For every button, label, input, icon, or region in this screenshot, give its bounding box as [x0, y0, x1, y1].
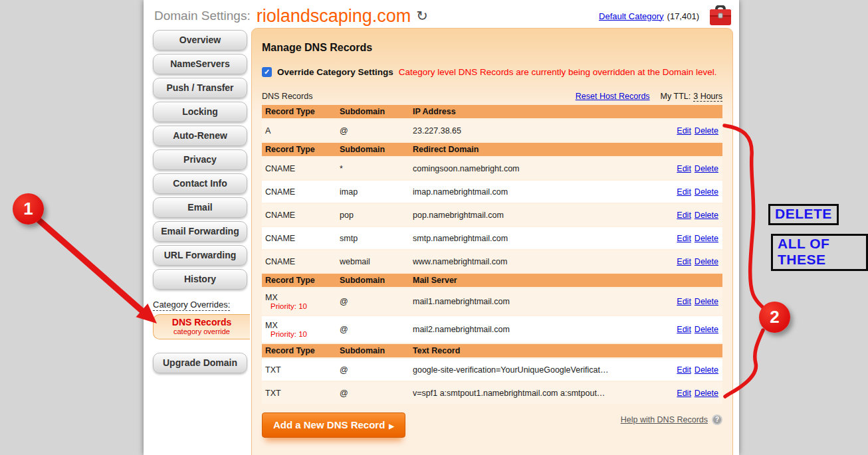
sidebar-item-privacy[interactable]: Privacy — [153, 149, 247, 170]
category-overrides-heading: Category Overrides: — [153, 298, 249, 310]
sidebar-item-nameservers[interactable]: NameServers — [153, 54, 247, 74]
records-toolbar: DNS Records Reset Host Records My TTL: 3… — [262, 92, 722, 102]
delete-link[interactable]: Delete — [695, 211, 718, 220]
record-type: CNAME — [265, 257, 340, 266]
sidebar-item-auto-renew[interactable]: Auto-Renew — [153, 126, 247, 146]
record-type: CNAME — [265, 187, 340, 197]
record-value: www.namebrightmail.com — [413, 257, 663, 266]
page-background: Domain Settings: riolandscaping.com ↻ De… — [0, 0, 868, 455]
sidebar-item-overview[interactable]: Overview — [153, 30, 247, 50]
edit-link[interactable]: Edit — [677, 257, 691, 266]
record-type: TXT — [265, 365, 340, 375]
col-ip-address: IP Address — [413, 107, 718, 116]
override-checkbox[interactable]: ✓ — [262, 67, 272, 77]
app-window: Domain Settings: riolandscaping.com ↻ De… — [144, 0, 739, 455]
sidebar-item-email-forwarding[interactable]: Email Forwarding — [153, 221, 247, 242]
edit-link[interactable]: Edit — [677, 187, 691, 197]
edit-link[interactable]: Edit — [677, 164, 691, 173]
upgrade-domain-button[interactable]: Upgrade Domain — [153, 353, 247, 373]
record-value: pop.namebrightmail.com — [413, 211, 663, 220]
table-row-mx: MX Priority: 10 @ mail1.namebrightmail.c… — [262, 288, 722, 315]
reset-host-records-link[interactable]: Reset Host Records — [576, 92, 650, 101]
default-category-count: (17,401) — [667, 11, 699, 21]
dns-records-caption: DNS Records — [262, 92, 312, 101]
record-subdomain: smtp — [340, 234, 413, 243]
question-mark-icon[interactable]: ? — [712, 414, 722, 425]
sidebar-item-email[interactable]: Email — [153, 197, 247, 218]
record-subdomain: webmail — [340, 257, 413, 266]
record-type: CNAME — [265, 164, 340, 173]
delete-annotation: DELETE — [768, 204, 839, 225]
sidebar-item-push-transfer[interactable]: Push / Transfer — [153, 78, 247, 98]
edit-link[interactable]: Edit — [677, 389, 691, 398]
ttl-label: My TTL: — [661, 92, 691, 101]
override-settings-row: ✓ Override Category Settings Category le… — [262, 67, 717, 77]
delete-link[interactable]: Delete — [695, 389, 718, 398]
table-row-txt: TXT @ v=spf1 a:smtpout1.namebrightmail.c… — [262, 382, 722, 404]
sidebar-item-history[interactable]: History — [153, 269, 247, 290]
col-record-type: Record Type — [265, 346, 340, 355]
record-subdomain: @ — [340, 365, 413, 375]
mx-priority: Priority: 10 — [265, 302, 340, 311]
refresh-icon[interactable]: ↻ — [416, 8, 428, 24]
edit-link[interactable]: Edit — [677, 234, 691, 243]
delete-link[interactable]: Delete — [695, 365, 718, 375]
row-actions: EditDelete — [663, 164, 718, 173]
col-subdomain: Subdomain — [340, 107, 413, 116]
record-type: CNAME — [265, 211, 340, 220]
col-subdomain: Subdomain — [340, 145, 413, 154]
sidebar-item-locking[interactable]: Locking — [153, 102, 247, 122]
record-value: comingsoon.namebright.com — [413, 164, 663, 173]
sidebar-item-url-forwarding[interactable]: URL Forwarding — [153, 245, 247, 266]
row-actions: EditDelete — [663, 126, 718, 136]
row-actions: EditDelete — [663, 211, 718, 220]
row-actions: EditDelete — [663, 234, 718, 243]
sidebar-item-contact-info[interactable]: Contact Info — [153, 173, 247, 194]
edit-link[interactable]: Edit — [677, 126, 691, 136]
add-dns-record-button[interactable]: Add a New DNS Record▶ — [262, 412, 405, 438]
col-subdomain: Subdomain — [340, 346, 413, 355]
header-right: Default Category (17,401) — [599, 5, 732, 27]
record-subdomain: @ — [340, 325, 413, 334]
record-type: CNAME — [265, 234, 340, 243]
record-subdomain: @ — [340, 126, 413, 136]
col-mail-server: Mail Server — [413, 276, 718, 285]
delete-link[interactable]: Delete — [695, 187, 718, 197]
dns-records-label: DNS Records — [154, 317, 250, 327]
delete-link[interactable]: Delete — [695, 325, 718, 334]
record-subdomain: * — [340, 164, 413, 173]
table-section-header-mail: Record Type Subdomain Mail Server — [262, 274, 722, 287]
delete-link[interactable]: Delete — [695, 257, 718, 266]
table-row-a: A @ 23.227.38.65 EditDelete — [262, 120, 722, 141]
category-override-sublabel: category override — [154, 327, 250, 336]
record-subdomain: @ — [340, 297, 413, 306]
record-type-cell: MX Priority: 10 — [265, 321, 340, 339]
edit-link[interactable]: Edit — [677, 365, 691, 375]
edit-link[interactable]: Edit — [677, 325, 691, 334]
col-text-record: Text Record — [413, 346, 718, 355]
table-row-cname: CNAME smtp smtp.namebrightmail.com EditD… — [262, 227, 722, 249]
domain-name: riolandscaping.com — [257, 6, 411, 27]
step1-arrow — [39, 220, 157, 323]
edit-link[interactable]: Edit — [677, 297, 691, 306]
row-actions: EditDelete — [663, 389, 718, 398]
col-record-type: Record Type — [265, 107, 340, 116]
row-actions: EditDelete — [663, 257, 718, 266]
edit-link[interactable]: Edit — [677, 211, 691, 220]
default-category-link[interactable]: Default Category — [599, 11, 664, 21]
sidebar-item-dns-records-active[interactable]: DNS Records category override — [153, 314, 250, 339]
step1-circle: 1 — [13, 193, 44, 225]
toolbox-icon[interactable] — [708, 5, 732, 27]
record-value: 23.227.38.65 — [413, 126, 663, 136]
ttl-value[interactable]: 3 Hours — [693, 92, 722, 102]
help-dns-records-link[interactable]: Help with DNS Records — [621, 415, 708, 424]
arrow-right-icon: ▶ — [389, 422, 394, 430]
table-row-cname: CNAME webmail www.namebrightmail.com Edi… — [262, 250, 722, 272]
row-actions: EditDelete — [663, 187, 718, 197]
delete-link[interactable]: Delete — [695, 126, 718, 136]
delete-link[interactable]: Delete — [695, 297, 718, 306]
record-value: imap.namebrightmail.com — [413, 187, 663, 197]
delete-link[interactable]: Delete — [695, 164, 718, 173]
col-record-type: Record Type — [265, 145, 340, 154]
delete-link[interactable]: Delete — [695, 234, 718, 243]
